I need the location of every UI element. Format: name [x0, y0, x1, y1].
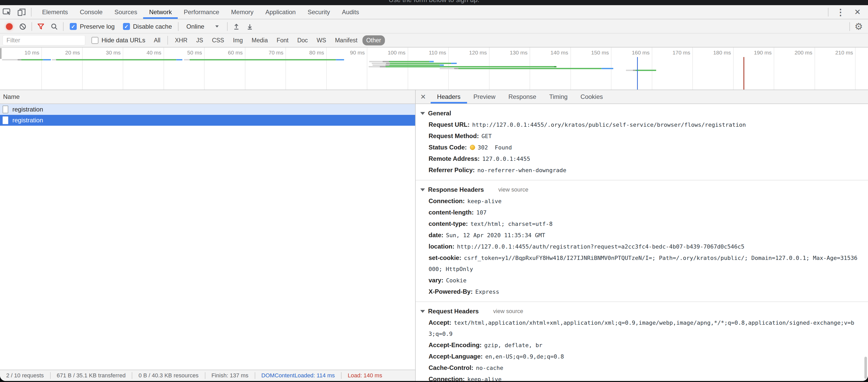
filter-funnel-icon[interactable] [34, 21, 48, 33]
status-dot-icon [470, 145, 475, 150]
device-toolbar-icon[interactable] [14, 6, 29, 18]
header-value: text/html; charset=utf-8 [470, 221, 553, 227]
waterfall-segment [372, 63, 386, 64]
more-options-icon[interactable]: ⋮ [831, 7, 851, 17]
hide-data-urls-checkbox[interactable]: ✓ [91, 37, 98, 44]
search-icon[interactable] [48, 21, 61, 33]
filter-input[interactable] [3, 35, 85, 45]
header-entry: Accept:text/html,application/xhtml+xml,a… [429, 317, 860, 339]
collapse-triangle-icon[interactable] [420, 310, 425, 313]
status-bar: 2 / 10 requests671 B / 35.1 KB transferr… [0, 370, 415, 381]
status-segment: 2 / 10 requests [0, 372, 50, 379]
waterfall-segment [385, 65, 389, 66]
tab-application[interactable]: Application [259, 5, 302, 19]
header-value: Sun, 12 Apr 2020 11:35:34 GMT [446, 232, 545, 239]
header-entry: Request URL:http://127.0.0.1:4455/.ory/k… [429, 119, 860, 130]
details-tab-timing[interactable]: Timing [543, 90, 574, 104]
filter-pill-ws[interactable]: WS [313, 35, 330, 45]
details-tab-response[interactable]: Response [502, 90, 543, 104]
collapse-triangle-icon[interactable] [420, 188, 425, 191]
filter-pill-other[interactable]: Other [363, 35, 385, 45]
waterfall-segment [389, 65, 440, 66]
preserve-log-checkbox[interactable]: ✓ [70, 23, 77, 30]
hide-data-urls-toggle[interactable]: ✓ Hide data URLs [91, 37, 145, 44]
import-har-icon[interactable] [230, 21, 243, 33]
waterfall-segment [190, 59, 336, 60]
filter-pill-all[interactable]: All [150, 35, 164, 45]
waterfall-segment [52, 59, 56, 60]
export-har-icon[interactable] [243, 21, 256, 33]
tab-audits[interactable]: Audits [336, 5, 365, 19]
header-entry: content-type:text/html; charset=utf-8 [429, 218, 860, 230]
header-key: Cache-Control: [429, 364, 473, 371]
overview-bars [0, 47, 868, 90]
table-row[interactable]: registration [0, 104, 415, 115]
filter-pill-manifest[interactable]: Manifest [331, 35, 362, 45]
requests-list: registrationregistration [0, 104, 415, 126]
headers-section: Request Headersview sourceAccept:text/ht… [416, 302, 868, 381]
header-value: Express [475, 288, 499, 295]
status-segment: Load: 140 ms [342, 372, 388, 379]
header-key: content-type: [429, 220, 468, 227]
waterfall-segment [458, 68, 601, 69]
tab-memory[interactable]: Memory [225, 5, 259, 19]
network-overview[interactable]: 10 ms20 ms30 ms40 ms50 ms60 ms70 ms80 ms… [0, 47, 868, 90]
filter-pill-doc[interactable]: Doc [293, 35, 312, 45]
tab-elements[interactable]: Elements [36, 5, 74, 19]
details-scrollbar[interactable] [864, 357, 867, 379]
filter-pill-media[interactable]: Media [248, 35, 272, 45]
request-details-pane: ✕ HeadersPreviewResponseTimingCookies Ge… [415, 90, 868, 381]
filter-pill-img[interactable]: Img [229, 35, 247, 45]
table-row[interactable]: registration [0, 115, 415, 126]
filter-pill-font[interactable]: Font [273, 35, 292, 45]
headers-section: GeneralRequest URL:http://127.0.0.1:4455… [416, 104, 868, 180]
tab-performance[interactable]: Performance [178, 5, 225, 19]
tab-sources[interactable]: Sources [108, 5, 143, 19]
view-source-link[interactable]: view source [498, 184, 528, 196]
name-column-header[interactable]: Name [0, 90, 415, 104]
header-value: 127.0.0.1:4455 [482, 155, 530, 162]
chevron-down-icon [215, 26, 219, 28]
disable-cache-toggle[interactable]: ✓ Disable cache [123, 23, 172, 30]
waterfall-segment [390, 63, 451, 64]
waterfall-segment [389, 61, 429, 62]
clear-network-log-icon[interactable] [16, 21, 29, 33]
collapse-triangle-icon[interactable] [420, 112, 425, 115]
settings-gear-icon[interactable]: ⚙ [852, 21, 865, 32]
details-tab-headers[interactable]: Headers [431, 90, 467, 104]
details-tab-cookies[interactable]: Cookies [574, 90, 610, 104]
divider [32, 22, 32, 31]
header-value: no-cache [476, 365, 503, 371]
tab-security[interactable]: Security [302, 5, 336, 19]
header-value: text/html,application/xhtml+xml,applicat… [429, 319, 854, 337]
header-entry: Accept-Encoding:gzip, deflate, br [429, 339, 860, 351]
header-entry: date:Sun, 12 Apr 2020 11:35:34 GMT [429, 230, 860, 241]
section-title: Response Headers [428, 184, 484, 196]
details-tab-preview[interactable]: Preview [467, 90, 502, 104]
header-value: http://127.0.0.1:4455/.ory/kratos/public… [472, 121, 746, 128]
header-key: date: [429, 232, 443, 239]
inspect-element-icon[interactable] [0, 6, 14, 18]
waterfall-segment [440, 68, 454, 69]
throttling-select[interactable]: Online [186, 23, 219, 30]
header-value: GET [482, 133, 492, 139]
header-entry: Remote Address:127.0.0.1:4455 [429, 153, 860, 165]
header-key: Remote Address: [429, 155, 480, 162]
header-value: gzip, deflate, br [484, 342, 542, 348]
record-network-log-icon[interactable] [3, 21, 16, 33]
close-details-icon[interactable]: ✕ [416, 93, 431, 101]
waterfall-segment [429, 61, 434, 62]
throttling-value: Online [186, 23, 204, 30]
waterfall-segment [336, 59, 344, 60]
waterfall-segment [184, 59, 190, 60]
filter-pill-css[interactable]: CSS [208, 35, 228, 45]
disable-cache-checkbox[interactable]: ✓ [123, 23, 130, 30]
view-source-link[interactable]: view source [493, 306, 523, 317]
tab-console[interactable]: Console [74, 5, 108, 19]
filter-pill-js[interactable]: JS [192, 35, 207, 45]
filter-pill-xhr[interactable]: XHR [171, 35, 191, 45]
close-devtools-icon[interactable]: ✕ [851, 7, 864, 16]
tab-network[interactable]: Network [143, 5, 178, 19]
header-key: location: [429, 243, 455, 250]
preserve-log-toggle[interactable]: ✓ Preserve log [70, 23, 115, 30]
